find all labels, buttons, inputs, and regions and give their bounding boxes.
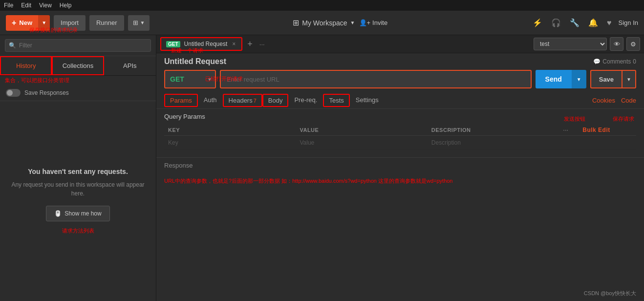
- main-toolbar: + New ▼ Import Runner ⊞ ▼ ⊞ My Workspace…: [0, 11, 644, 35]
- description-input[interactable]: [431, 139, 555, 146]
- heart-icon-btn[interactable]: ♥: [605, 17, 614, 29]
- invite-button[interactable]: 👤+ Invite: [359, 19, 388, 26]
- menu-bar: File Edit View Help: [0, 0, 644, 11]
- request-title: Untitled Request: [164, 57, 226, 66]
- tab-method-badge: GET: [166, 41, 180, 47]
- show-me-button[interactable]: 🖱️ Show me how: [46, 206, 109, 221]
- bulk-edit-link[interactable]: Bulk Edit: [582, 127, 610, 133]
- eye-icon-btn[interactable]: 👁: [610, 37, 623, 51]
- empty-desc: Any request you send in this workspace w…: [10, 180, 146, 198]
- row-extra: [579, 136, 636, 150]
- more-tabs-button[interactable]: ···: [258, 41, 267, 48]
- req-tab-body[interactable]: Body: [262, 94, 289, 107]
- params-table: KEY VALUE DESCRIPTION ··· Bulk Edit: [164, 124, 636, 150]
- response-label: Response: [164, 162, 193, 169]
- attribution: CSDN @boy快快长大: [584, 290, 636, 297]
- key-cell[interactable]: [164, 136, 296, 150]
- value-cell[interactable]: [296, 136, 427, 150]
- req-tab-prereq[interactable]: Pre-req.: [288, 92, 323, 108]
- menu-file[interactable]: File: [4, 2, 13, 9]
- main-layout: 🔍 保存接口的请求纪录 History Collections APIs 集合，…: [0, 35, 644, 301]
- col-value: VALUE: [296, 124, 427, 136]
- desc-cell[interactable]: [428, 136, 559, 150]
- req-tab-headers[interactable]: Headers7: [223, 94, 262, 107]
- save-responses-label: Save Responses: [24, 89, 69, 96]
- comments-link[interactable]: 💬 Comments 0: [593, 58, 636, 65]
- layout-arrow: ▼: [140, 20, 145, 25]
- import-button[interactable]: Import: [54, 15, 86, 31]
- annotation-method-list: 请求方法列表: [62, 227, 94, 235]
- cursor-icon: 🖱️: [54, 210, 62, 217]
- filter-input[interactable]: [5, 39, 151, 52]
- new-button[interactable]: + New: [6, 15, 38, 31]
- comments-count: 0: [633, 58, 636, 65]
- menu-view[interactable]: View: [39, 2, 52, 9]
- cookies-link[interactable]: Cookies: [592, 97, 615, 104]
- runner-button[interactable]: Runner: [89, 15, 124, 31]
- params-header: KEY VALUE DESCRIPTION ··· Bulk Edit: [164, 124, 636, 150]
- search-icon: 🔍: [9, 42, 16, 49]
- send-button[interactable]: Send: [536, 70, 572, 88]
- toolbar-center: ⊞ My Workspace ▼ 👤+ Invite: [153, 18, 527, 27]
- tab-close-icon[interactable]: ×: [231, 41, 236, 47]
- req-tabs-right: Cookies Code: [592, 97, 636, 104]
- toggle-dot: [7, 90, 13, 96]
- req-tab-auth[interactable]: Auth: [198, 92, 223, 108]
- new-dropdown-arrow[interactable]: ▼: [38, 15, 50, 31]
- url-input[interactable]: [220, 70, 532, 88]
- sign-in-button[interactable]: Sign In: [619, 19, 638, 26]
- row-actions: [559, 136, 579, 150]
- sidebar-tab-collections[interactable]: Collections: [52, 56, 104, 75]
- satellite-icon-btn[interactable]: ⚡: [531, 16, 544, 29]
- cookie-icon-btn[interactable]: 🎧: [549, 16, 563, 29]
- req-tab-settings[interactable]: Settings: [350, 92, 385, 108]
- sidebar: 🔍 保存接口的请求纪录 History Collections APIs 集合，…: [0, 35, 156, 301]
- comments-icon: 💬: [593, 58, 601, 65]
- save-responses-toggle[interactable]: [6, 89, 21, 97]
- bell-icon-btn[interactable]: 🔔: [586, 16, 600, 29]
- value-input[interactable]: [300, 139, 423, 146]
- request-tab-untitled[interactable]: GET Untitled Request ×: [160, 37, 242, 51]
- key-input[interactable]: [168, 139, 292, 146]
- sidebar-tab-apis[interactable]: APIs: [104, 56, 156, 75]
- content-area: GET Untitled Request × + ··· test 👁 ⚙: [156, 35, 644, 301]
- send-dropdown-button[interactable]: ▼: [572, 70, 586, 88]
- req-tab-tests[interactable]: Tests: [323, 94, 349, 107]
- params-title: Query Params: [164, 113, 636, 120]
- workspace-grid-icon: ⊞: [293, 18, 299, 27]
- add-tab-button[interactable]: +: [244, 40, 256, 48]
- save-responses-row: Save Responses: [0, 85, 156, 101]
- headers-badge: 7: [254, 98, 257, 104]
- invite-icon: 👤+: [359, 19, 371, 26]
- table-row: [164, 136, 636, 150]
- sidebar-search-wrapper: 🔍 保存接口的请求纪录: [0, 35, 156, 56]
- empty-title: You haven't sent any requests.: [28, 168, 128, 175]
- menu-help[interactable]: Help: [60, 2, 72, 9]
- menu-edit[interactable]: Edit: [21, 2, 31, 9]
- code-link[interactable]: Code: [621, 97, 636, 104]
- workspace-button[interactable]: ⊞ My Workspace ▼: [293, 18, 355, 27]
- save-button[interactable]: Save: [590, 70, 622, 88]
- sidebar-tabs: History Collections APIs: [0, 56, 156, 76]
- plus-icon: +: [12, 19, 16, 27]
- save-button-group: Save ▼: [590, 70, 636, 88]
- req-tab-params[interactable]: Params: [164, 94, 198, 107]
- workspace-dropdown-icon: ▼: [350, 20, 355, 25]
- method-select[interactable]: GET POST PUT PATCH DELETE HEAD OPTIONS: [164, 70, 216, 88]
- settings-icon-btn[interactable]: ⚙: [626, 37, 640, 51]
- env-select[interactable]: test: [534, 38, 607, 50]
- comments-label: Comments: [602, 58, 631, 65]
- empty-state: You haven't sent any requests. Any reque…: [0, 101, 156, 301]
- toolbar-right: ⚡ 🎧 🔧 🔔 ♥ Sign In: [531, 16, 638, 29]
- sidebar-tab-history[interactable]: History: [0, 56, 52, 75]
- params-section: Query Params KEY VALUE DESCRIPTION ···: [156, 109, 644, 155]
- params-more-button[interactable]: ···: [563, 126, 568, 133]
- wrench-icon-btn[interactable]: 🔧: [568, 16, 581, 29]
- col-actions: ···: [559, 124, 579, 136]
- layout-button[interactable]: ⊞ ▼: [128, 15, 150, 31]
- response-section: Response: [156, 157, 644, 173]
- save-dropdown-button[interactable]: ▼: [622, 70, 636, 88]
- annotation-collections: 集合，可以把接口分类管理: [0, 76, 156, 85]
- method-select-wrapper: GET POST PUT PATCH DELETE HEAD OPTIONS ▼: [164, 70, 216, 88]
- tab-title: Untitled Request: [184, 41, 228, 47]
